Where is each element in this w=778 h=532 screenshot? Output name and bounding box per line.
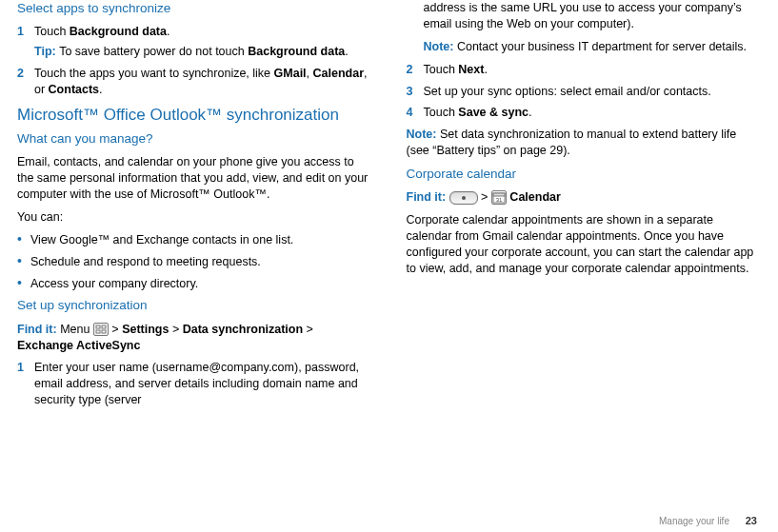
note1-label: Note:	[424, 40, 457, 53]
rstep4-b: Save & sync	[458, 106, 529, 119]
step2-g: .	[99, 83, 102, 96]
tip-line: Tip: To save battery power do not touch …	[34, 44, 372, 60]
paragraph-corporate-calendar: Corporate calendar appointments are show…	[407, 212, 762, 277]
rstep2-c: .	[484, 63, 487, 76]
menu-icon	[93, 323, 109, 336]
step2-b: GMail	[274, 67, 307, 80]
findit-f: >	[303, 323, 313, 336]
note2-label: Note:	[407, 128, 440, 141]
findit-g: Exchange ActiveSync	[17, 339, 140, 352]
paragraph-youcan: You can:	[17, 209, 372, 226]
heading-setup-sync: Set up synchronization	[17, 297, 372, 314]
calendar-icon: 31	[491, 190, 507, 205]
paragraph-manage: Email, contacts, and calendar on your ph…	[17, 154, 372, 203]
findit-a: Menu	[60, 323, 93, 336]
page-footer: Manage your life 23	[659, 515, 757, 526]
step-2: Touch the apps you want to synchronize, …	[17, 66, 372, 98]
svg-rect-1	[102, 325, 106, 328]
find-it-line-1: Find it: Menu > Settings > Data synchron…	[17, 322, 372, 354]
findit-b: >	[109, 323, 122, 336]
heading-select-apps: Select apps to synchronize	[17, 0, 372, 17]
findit-label: Find it:	[17, 323, 60, 336]
svg-text:31: 31	[496, 197, 503, 203]
findit-e: Data synchronization	[183, 323, 303, 336]
rstep2-b: Next	[458, 63, 484, 76]
bullet-3: Access your company directory.	[17, 276, 372, 292]
steps-right: Touch Next. Set up your sync options: se…	[407, 62, 762, 122]
bullet-1: View Google™ and Exchange contacts in on…	[17, 232, 372, 248]
tip-text-a: To save battery power do not touch	[59, 45, 248, 58]
page-number: 23	[746, 515, 757, 526]
svg-rect-0	[96, 325, 100, 328]
step1-text-a: Touch	[34, 25, 70, 38]
step1-text-c: .	[167, 25, 170, 38]
heading-corporate-calendar: Corporate calendar	[407, 166, 762, 183]
note-battery: Note: Set data synchronization to manual…	[407, 127, 762, 159]
note2-text: Set data synchronization to manual to ex…	[407, 128, 737, 157]
step-1: Touch Background data. Tip: To save batt…	[17, 24, 372, 60]
right-step-3: Set up your sync options: select email a…	[407, 84, 762, 100]
bullet-2: Schedule and respond to meeting requests…	[17, 254, 372, 270]
launcher-icon	[449, 191, 478, 205]
heading-outlook-sync: Microsoft™ Office Outlook™ synchronizati…	[17, 106, 372, 125]
steps-select-apps: Touch Background data. Tip: To save batt…	[17, 24, 372, 98]
tip-text-c: .	[345, 45, 348, 58]
step1-continuation: address is the same URL you use to acces…	[407, 0, 762, 32]
page-body: Select apps to synchronize Touch Backgro…	[0, 0, 778, 414]
step1-bold: Background data	[70, 25, 167, 38]
findit2-gt: >	[478, 190, 491, 204]
heading-what-manage: What can you manage?	[17, 130, 372, 148]
findit2-label: Find it:	[407, 190, 449, 204]
svg-rect-3	[102, 330, 106, 333]
step2-c: ,	[307, 67, 313, 80]
tip-label: Tip:	[34, 45, 59, 58]
find-it-line-2: Find it: > 31 Calendar	[407, 189, 762, 206]
step2-a: Touch the apps you want to synchronize, …	[34, 67, 274, 80]
right-step-4: Touch Save & sync.	[407, 105, 762, 121]
tip-bold: Background data	[248, 45, 345, 58]
note1-text: Contact your business IT department for …	[457, 40, 747, 53]
left-column: Select apps to synchronize Touch Backgro…	[17, 0, 372, 414]
svg-rect-2	[96, 330, 100, 333]
step2-f: Contacts	[49, 83, 99, 96]
note-server-details: Note: Contact your business IT departmen…	[407, 39, 762, 55]
findit2-cal: Calendar	[509, 190, 561, 204]
findit-c: Settings	[122, 323, 169, 336]
step2-d: Calendar	[313, 67, 365, 80]
right-step-2: Touch Next.	[407, 62, 762, 78]
rstep4-c: .	[529, 106, 531, 119]
footer-section: Manage your life	[659, 516, 729, 526]
svg-rect-5	[493, 193, 505, 196]
rstep2-a: Touch	[424, 63, 459, 76]
steps-setup: Enter your user name (username@company.c…	[17, 360, 372, 408]
bullet-list: View Google™ and Exchange contacts in on…	[17, 232, 372, 292]
right-column: address is the same URL you use to acces…	[407, 0, 762, 414]
setup-step-1: Enter your user name (username@company.c…	[17, 360, 372, 408]
findit-d: >	[169, 323, 182, 336]
rstep4-a: Touch	[424, 106, 459, 119]
